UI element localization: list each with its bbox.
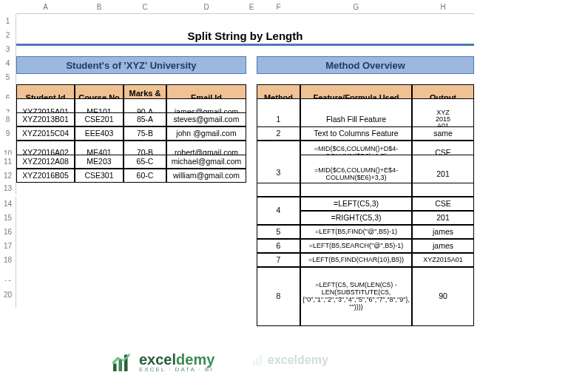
cell[interactable]: XYZ2015A01	[412, 253, 474, 267]
cell[interactable]: 75-B	[124, 126, 166, 141]
cell[interactable]	[300, 183, 412, 197]
cell[interactable]: =LEFT(B5,FIND("@",B5)-1)	[300, 225, 412, 239]
cell[interactable]: =LEFT(B5,FIND(CHAR(10),B5))	[300, 253, 412, 267]
cell[interactable]: same	[412, 126, 474, 141]
row-header[interactable]: 4	[0, 56, 16, 70]
row-header[interactable]: 3	[0, 42, 16, 56]
cell[interactable]: XYZ2016B05	[16, 169, 75, 183]
cell[interactable]: 65-C	[124, 155, 166, 169]
row-header[interactable]: 8	[0, 112, 16, 126]
cell[interactable]: 4	[257, 197, 300, 225]
col-header[interactable]: D	[166, 0, 246, 14]
cell[interactable]: ME203	[75, 155, 124, 169]
row-header[interactable]: 16	[0, 225, 16, 239]
svg-rect-1	[119, 359, 123, 372]
col-header[interactable]: H	[412, 0, 474, 14]
cell[interactable]: william@gmail.com	[166, 169, 246, 183]
logo: exceldemy EXCEL · DATA · BI	[111, 351, 214, 374]
svg-rect-5	[256, 358, 258, 365]
cell[interactable]: XYZ2015C04	[16, 126, 75, 141]
cell[interactable]: 60-C	[124, 169, 166, 183]
row-header[interactable]: 2	[0, 28, 16, 42]
cell[interactable]: john @gmail.com	[166, 126, 246, 141]
row-header[interactable]: 15	[0, 211, 16, 225]
cell[interactable]: CSE301	[75, 169, 124, 183]
corner-cell	[0, 0, 16, 14]
cell[interactable]: 8	[257, 267, 300, 326]
col-header[interactable]: G	[300, 0, 412, 14]
watermark-text: exceldemy	[268, 354, 328, 367]
col-header[interactable]: B	[75, 0, 124, 14]
cell[interactable]: steves@gmail.com	[166, 112, 246, 126]
row-header[interactable]: 5	[0, 70, 16, 84]
row-header[interactable]: 14	[0, 197, 16, 211]
cell[interactable]: =LEFT(C5,3)	[300, 197, 412, 211]
cell[interactable]: 7	[257, 253, 300, 267]
row-header[interactable]: 18	[0, 253, 16, 267]
cell[interactable]: james	[412, 225, 474, 239]
cell[interactable]	[412, 183, 474, 197]
col-header[interactable]: C	[124, 0, 166, 14]
row-header[interactable]: 20	[0, 281, 16, 308]
cell[interactable]: =LEFT(B5,SEARCH("@",B5)-1)	[300, 239, 412, 253]
col-header[interactable]: A	[16, 0, 75, 14]
row-header[interactable]: 13	[0, 183, 16, 194]
cell[interactable]: XYZ2013B01	[16, 112, 75, 126]
logo-tagline: EXCEL · DATA · BI	[139, 367, 214, 373]
spreadsheet-grid: A B C D E F G H 1 2 Split String by Leng…	[0, 0, 568, 295]
cell[interactable]: 85-A	[124, 112, 166, 126]
row-header[interactable]: 17	[0, 239, 16, 253]
cell[interactable]: XYZ2012A08	[16, 155, 75, 169]
svg-rect-0	[113, 364, 117, 372]
cell[interactable]: 6	[257, 239, 300, 253]
cell[interactable]: CSE201	[75, 112, 124, 126]
col-header[interactable]: E	[246, 0, 257, 14]
cell[interactable]: michael@gmail.com	[166, 155, 246, 169]
svg-rect-6	[260, 356, 262, 366]
row-header[interactable]: 1	[0, 14, 16, 28]
cell[interactable]: 201	[412, 211, 474, 225]
cell[interactable]: CSE	[412, 197, 474, 211]
watermark: exceldemy	[251, 354, 328, 367]
cell[interactable]: Text to Columns Feature	[300, 126, 412, 141]
row-header[interactable]: 9	[0, 126, 16, 141]
cell[interactable]: 5	[257, 225, 300, 239]
row-header[interactable]: 12	[0, 169, 16, 183]
logo-icon	[111, 351, 133, 374]
cell[interactable]: EEE403	[75, 126, 124, 141]
cell[interactable]: =RIGHT(C5,3)	[300, 211, 412, 225]
logo-name: exceldemy	[139, 352, 214, 367]
svg-rect-4	[253, 361, 255, 365]
col-header[interactable]: F	[257, 0, 300, 14]
cell[interactable]: 90	[412, 267, 474, 326]
cell[interactable]: 2	[257, 126, 300, 141]
row-header[interactable]: 11	[0, 155, 16, 169]
cell[interactable]	[257, 183, 300, 197]
cell[interactable]: =LEFT(C5, SUM(LEN(C5) - LEN(SUBSTITUTE(C…	[300, 267, 412, 326]
cell[interactable]: james	[412, 239, 474, 253]
